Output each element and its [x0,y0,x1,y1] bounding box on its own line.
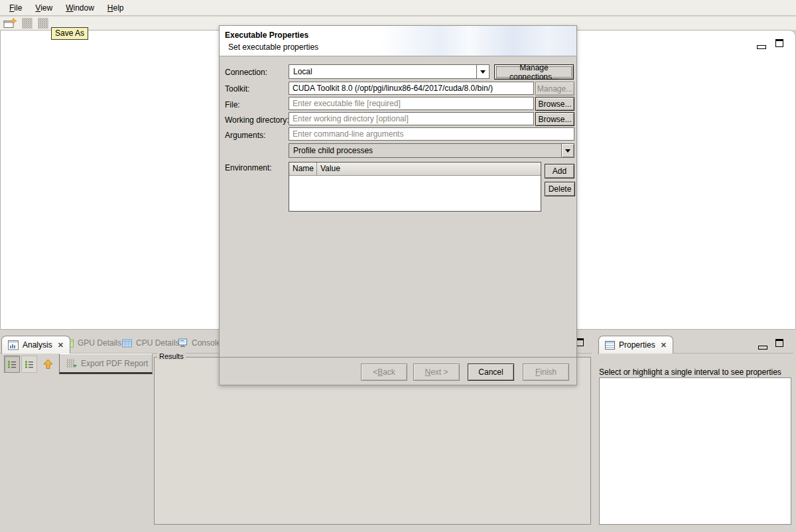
environment-label: Environment: [225,163,272,172]
delete-env-button[interactable]: Delete [545,182,575,196]
unguided-analysis-button[interactable] [21,356,37,373]
properties-message: Select or highlight a single interval to… [599,367,781,377]
menubar: File View Window Help [0,0,796,16]
unguided-analysis-icon [25,360,34,369]
menu-item-help[interactable]: Help [101,1,131,15]
guided-analysis-icon [7,360,17,369]
menu-item-file[interactable]: File [3,1,29,15]
up-arrow-icon [42,359,54,369]
tab-properties[interactable]: Properties ✕ [598,336,673,354]
tab-analysis[interactable]: Analysis ✕ [1,336,70,354]
dialog-header: Executable Properties Set executable pro… [220,26,576,56]
properties-panel: Properties ✕ Select or highlight a singl… [597,335,793,526]
connection-value: Local [289,67,476,76]
chevron-down-icon [480,70,486,76]
browse-directory-button[interactable]: Browse... [535,112,574,126]
dialog-separator [220,357,576,358]
profile-mode-value: Profile child processes [289,146,561,155]
tab-label: GPU Details [78,338,121,348]
working-directory-input[interactable] [289,112,534,125]
save-as-tooltip: Save As [51,27,88,40]
profile-mode-dropdown-button[interactable] [561,144,574,157]
export-pdf-report-button[interactable]: Export PDF Report [59,354,153,374]
environment-table-header: Name Value [289,163,541,176]
guided-analysis-button[interactable] [4,356,20,373]
manage-connections-button[interactable]: Manage connections... [494,64,574,80]
editor-maximize-button[interactable] [775,39,783,49]
environment-table: Name Value [289,162,541,212]
connection-label: Connection: [225,68,267,77]
new-session-icon [3,18,17,29]
menu-item-view[interactable]: View [29,1,59,15]
up-arrow-button[interactable] [40,356,56,373]
tab-label: Properties [619,340,655,350]
arguments-input[interactable] [289,127,574,141]
results-legend: Results [157,352,186,360]
back-button[interactable]: < Back [361,364,407,381]
minimize-icon [757,45,766,49]
tab-label: CPU Details [136,338,179,348]
dialog-subtitle: Set executable properties [228,42,318,52]
save-button[interactable] [22,18,33,29]
tab-close-icon[interactable]: ✕ [58,341,64,350]
toolkit-input[interactable] [289,82,534,95]
cancel-button[interactable]: Cancel [468,364,514,381]
console-icon [178,338,188,348]
properties-table-icon [605,341,615,350]
finish-button[interactable]: Finish [523,364,569,381]
toolkit-label: Toolkit: [225,84,249,94]
menu-item-window[interactable]: Window [59,1,101,15]
export-pdf-icon [66,359,76,368]
properties-content-box [599,377,791,525]
tab-cpu-details[interactable]: CPU Details [122,338,179,348]
tab-close-icon[interactable]: ✕ [661,341,667,350]
maximize-icon [775,39,783,47]
manage-toolkit-button[interactable]: Manage... [535,82,574,96]
executable-properties-dialog: Executable Properties Set executable pro… [219,25,577,385]
maximize-icon [775,339,783,347]
cpu-table-icon [122,339,132,348]
next-button[interactable]: Next > [413,364,460,381]
browse-file-button[interactable]: Browse... [535,97,574,111]
profile-mode-select[interactable]: Profile child processes [289,143,574,158]
file-input[interactable] [289,97,534,110]
new-session-button[interactable] [3,18,17,29]
export-pdf-label: Export PDF Report [81,359,148,368]
connection-dropdown-button[interactable] [476,65,489,78]
properties-maximize-button[interactable] [775,339,783,349]
chevron-down-icon [565,149,570,155]
properties-minimize-button[interactable] [758,342,767,352]
env-column-name[interactable]: Name [289,163,317,175]
tab-label: Console [192,338,221,348]
working-directory-label: Working directory: [225,115,289,125]
tab-console[interactable]: Console [178,338,221,348]
editor-minimize-button[interactable] [757,42,766,51]
save-as-button[interactable] [38,18,48,29]
connection-select[interactable]: Local [289,64,490,79]
environment-table-body[interactable] [289,176,541,211]
tab-label: Analysis [23,340,52,350]
analysis-icon [8,340,19,350]
env-column-value[interactable]: Value [317,163,541,175]
file-label: File: [225,100,240,109]
tab-gpu-details[interactable]: GPU Details [64,338,121,348]
add-env-button[interactable]: Add [545,164,574,178]
minimize-icon [758,346,767,350]
dialog-title: Executable Properties [225,31,308,40]
arguments-label: Arguments: [225,131,265,140]
